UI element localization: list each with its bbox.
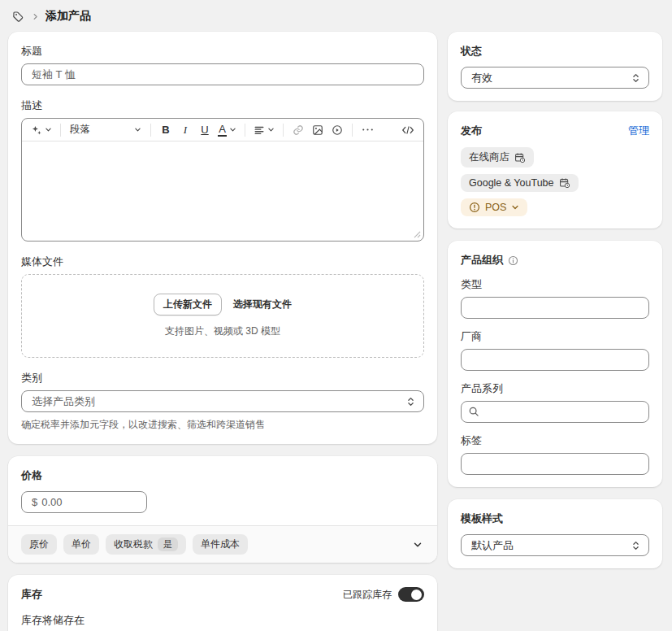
upload-new-file-button[interactable]: 上传新文件 xyxy=(154,294,222,316)
publish-title: 发布 xyxy=(461,124,482,138)
underline-button[interactable]: U xyxy=(196,121,214,139)
toolbar-divider xyxy=(283,124,284,137)
template-select-value: 默认产品 xyxy=(471,538,514,553)
insert-video-button[interactable] xyxy=(328,121,346,139)
inventory-tracked-toggle[interactable] xyxy=(398,587,424,602)
organization-card: 产品组织 类型 厂商 产品系列 xyxy=(448,241,662,487)
products-tag-icon[interactable] xyxy=(11,10,25,24)
ai-magic-button[interactable] xyxy=(28,121,54,139)
calendar-clock-icon xyxy=(514,152,526,163)
media-hint: 支持图片、视频或 3D 模型 xyxy=(165,324,280,338)
inventory-stored-label: 库存将储存在 xyxy=(21,613,424,628)
collection-input[interactable] xyxy=(461,401,649,423)
title-input[interactable] xyxy=(21,63,424,85)
pricing-title: 价格 xyxy=(21,468,424,483)
price-input[interactable]: $ 0.00 xyxy=(21,491,147,513)
select-updown-icon xyxy=(631,540,640,551)
tags-label: 标签 xyxy=(461,433,649,448)
category-help-text: 确定税率并添加元字段，以改进搜索、筛选和跨渠道销售 xyxy=(21,418,424,432)
channel-pos[interactable]: POS xyxy=(461,198,527,216)
italic-icon: I xyxy=(184,124,187,135)
channel-online-store[interactable]: 在线商店 xyxy=(461,147,534,168)
sparkle-icon xyxy=(31,124,42,136)
media-dropzone[interactable]: 上传新文件 选择现有文件 支持图片、视频或 3D 模型 xyxy=(21,274,424,358)
select-existing-file-button[interactable]: 选择现有文件 xyxy=(233,298,292,311)
status-card: 状态 有效 xyxy=(448,32,662,101)
chevron-down-icon xyxy=(45,126,52,133)
link-icon xyxy=(293,124,304,136)
template-card: 模板样式 默认产品 xyxy=(448,499,662,568)
description-label: 描述 xyxy=(21,98,424,113)
charge-tax-pill[interactable]: 收取税款 是 xyxy=(106,534,186,555)
paragraph-style-dropdown[interactable]: 段落 xyxy=(67,121,145,139)
chevron-down-icon xyxy=(267,126,275,133)
template-select[interactable]: 默认产品 xyxy=(461,534,649,556)
breadcrumb: 添加产品 xyxy=(0,0,672,30)
alignment-button[interactable] xyxy=(251,121,277,139)
italic-button[interactable]: I xyxy=(176,121,194,139)
channel-google-youtube[interactable]: Google & YouTube xyxy=(461,174,579,192)
toolbar-divider xyxy=(150,124,151,137)
vendor-input[interactable] xyxy=(461,349,649,371)
template-title: 模板样式 xyxy=(461,511,649,526)
more-formatting-button[interactable] xyxy=(358,121,376,139)
organization-title: 产品组织 xyxy=(461,253,503,268)
pricing-card: 价格 $ 0.00 原价 单价 收取税款 是 单件成本 xyxy=(8,456,437,563)
search-icon xyxy=(468,406,479,417)
category-select-value: 选择产品类别 xyxy=(32,394,95,409)
align-left-icon xyxy=(254,124,265,136)
insert-link-button[interactable] xyxy=(289,121,307,139)
play-circle-icon xyxy=(332,124,343,136)
product-details-card: 标题 描述 xyxy=(8,32,437,444)
bold-button[interactable]: B xyxy=(157,121,175,139)
title-label: 标题 xyxy=(21,44,424,59)
channel-pos-label: POS xyxy=(485,202,506,213)
channel-online-store-label: 在线商店 xyxy=(469,150,509,164)
tags-input[interactable] xyxy=(461,453,649,475)
insert-image-button[interactable] xyxy=(309,121,327,139)
toolbar-divider xyxy=(245,124,245,137)
media-label: 媒体文件 xyxy=(21,255,424,269)
text-color-icon: A xyxy=(218,124,227,137)
type-label: 类型 xyxy=(461,277,649,292)
expand-pricing-button[interactable] xyxy=(411,538,424,551)
publish-card: 发布 管理 在线商店 Google & YouTube xyxy=(448,111,662,228)
channel-google-youtube-label: Google & YouTube xyxy=(469,177,554,189)
manage-link[interactable]: 管理 xyxy=(628,124,649,138)
original-price-pill[interactable]: 原价 xyxy=(21,534,57,555)
calendar-clock-icon xyxy=(559,177,570,189)
text-color-button[interactable]: A xyxy=(215,121,239,139)
cost-per-item-pill[interactable]: 单件成本 xyxy=(193,534,248,555)
vendor-label: 厂商 xyxy=(461,329,649,344)
inventory-card: 库存 已跟踪库存 库存将储存在 多个地点 xyxy=(8,575,437,631)
status-select-value: 有效 xyxy=(471,71,492,85)
select-updown-icon xyxy=(406,396,415,407)
ellipsis-icon xyxy=(362,128,374,132)
type-input[interactable] xyxy=(461,297,649,319)
charge-tax-value: 是 xyxy=(158,537,178,551)
category-label: 类别 xyxy=(21,371,424,385)
alert-circle-icon xyxy=(469,202,480,213)
description-textarea[interactable] xyxy=(22,141,423,241)
paragraph-style-value: 段落 xyxy=(70,123,90,137)
inventory-tracked-label: 已跟踪库存 xyxy=(343,588,392,602)
info-icon[interactable] xyxy=(508,255,518,266)
toolbar-divider xyxy=(60,124,61,137)
toolbar-divider xyxy=(352,124,353,137)
chevron-down-icon xyxy=(511,203,519,211)
charge-tax-label: 收取税款 xyxy=(114,537,153,551)
code-icon xyxy=(401,125,414,135)
price-placeholder: 0.00 xyxy=(41,496,62,508)
status-title: 状态 xyxy=(461,44,649,59)
chevron-down-icon xyxy=(134,126,141,133)
unit-price-pill[interactable]: 单价 xyxy=(63,534,99,555)
inventory-title: 库存 xyxy=(21,587,42,602)
collection-label: 产品系列 xyxy=(461,381,649,396)
resize-handle-icon[interactable] xyxy=(414,231,421,238)
select-updown-icon xyxy=(631,72,640,84)
chevron-right-icon xyxy=(32,13,39,20)
category-select[interactable]: 选择产品类别 xyxy=(21,390,424,412)
status-select[interactable]: 有效 xyxy=(461,67,649,89)
show-html-button[interactable] xyxy=(399,121,417,139)
chevron-down-icon xyxy=(229,126,236,133)
